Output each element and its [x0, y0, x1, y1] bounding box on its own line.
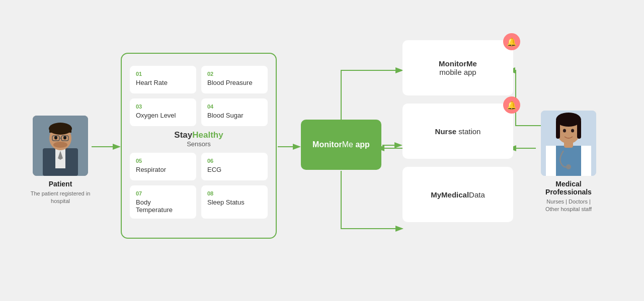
monitor-me-normal: mobile app — [439, 68, 476, 76]
nurse-bold: Nurse — [435, 127, 457, 136]
svg-point-21 — [53, 142, 67, 148]
monitor-app: app — [353, 140, 370, 149]
monitor-me: Me — [342, 140, 353, 149]
sensor-num-3: 03 — [136, 104, 190, 110]
sensor-item-7: 07 Body Temperature — [130, 185, 196, 219]
medical-avatar — [541, 111, 596, 176]
diagram-container: Patient The patient registered in hospit… — [0, 0, 644, 301]
sensor-label-8: Sleep Status — [207, 198, 262, 206]
sensor-num-5: 05 — [136, 158, 190, 164]
svg-point-33 — [563, 129, 566, 133]
monitor-bold: Monitor — [312, 140, 342, 149]
svg-rect-15 — [49, 129, 71, 133]
sensor-label-3: Oxygen Level — [136, 112, 190, 119]
sensors-stay: Stay — [174, 130, 192, 140]
svg-marker-27 — [581, 146, 591, 176]
sensors-grid: 01 Heart Rate 02 Blood Preasure 03 Oxyge… — [130, 66, 268, 126]
nurse-normal: station — [456, 127, 480, 136]
sensor-item-4: 04 Blood Sugar — [201, 98, 268, 126]
right-box-medical-data: MyMedicalData — [403, 167, 513, 222]
sensor-item-5: 05 Respirator — [130, 153, 196, 180]
monitor-me-bold: MonitorMe — [439, 59, 477, 68]
patient-desc: The patient registered in hospital — [30, 190, 91, 206]
monitor-app-label: MonitorMe app — [312, 140, 370, 149]
monitor-app-box: MonitorMe app — [301, 120, 381, 170]
right-box-nurse-label: Nurse station — [435, 127, 481, 136]
sensor-label-1: Heart Rate — [136, 79, 190, 86]
svg-rect-31 — [556, 120, 560, 139]
sensor-label-4: Blood Sugar — [207, 112, 262, 119]
medical-block: Medical Professionals Nurses | Doctors |… — [536, 111, 601, 214]
right-box-mobile-label: MonitorMe mobile app — [439, 59, 477, 76]
sensor-item-1: 01 Heart Rate — [130, 66, 196, 93]
svg-point-34 — [571, 129, 574, 133]
sensor-label-5: Respirator — [136, 166, 190, 173]
patient-name: Patient — [49, 180, 72, 188]
mymedical-bold: MyMedical — [431, 190, 469, 199]
sensor-label-2: Blood Preasure — [207, 79, 262, 86]
sensor-label-6: ECG — [207, 166, 262, 173]
sensor-item-8: 08 Sleep Status — [201, 185, 268, 219]
sensor-num-2: 02 — [207, 71, 262, 77]
sensor-item-6: 06 ECG — [201, 153, 268, 180]
patient-avatar — [33, 116, 88, 176]
right-box-medical-data-label: MyMedicalData — [431, 190, 485, 199]
medical-name: Medical Professionals — [545, 180, 592, 196]
bell-icon-mobile: 🔔 — [503, 33, 520, 50]
sensor-num-6: 06 — [207, 158, 262, 164]
sensors-healthy: Healthy — [192, 130, 223, 140]
svg-point-17 — [63, 136, 66, 140]
right-panel: 🔔 MonitorMe mobile app 🔔 Nurse station M… — [403, 40, 513, 230]
right-box-mobile: 🔔 MonitorMe mobile app — [403, 40, 513, 95]
sensor-label-7: Body Temperature — [136, 198, 190, 214]
sensor-item-3: 03 Oxygen Level — [130, 98, 196, 126]
bell-icon-nurse: 🔔 — [503, 96, 520, 114]
sensors-title: StayHealthy Sensors — [130, 130, 268, 148]
mymedical-normal: Data — [469, 190, 485, 199]
sensor-num-7: 07 — [136, 190, 190, 196]
right-box-nurse: 🔔 Nurse station — [403, 104, 513, 159]
sensor-num-8: 08 — [207, 190, 262, 196]
sensors-box: 01 Heart Rate 02 Blood Preasure 03 Oxyge… — [121, 53, 277, 239]
svg-point-25 — [566, 164, 571, 169]
svg-marker-26 — [546, 146, 556, 176]
sensor-num-4: 04 — [207, 104, 262, 110]
patient-block: Patient The patient registered in hospit… — [30, 116, 91, 206]
svg-point-16 — [54, 136, 57, 140]
svg-rect-32 — [577, 120, 581, 139]
sensor-num-1: 01 — [136, 71, 190, 77]
sensors-grid-2: 05 Respirator 06 ECG 07 Body Temperature… — [130, 153, 268, 219]
sensors-subtitle: Sensors — [130, 140, 268, 148]
sensor-item-2: 02 Blood Preasure — [201, 66, 268, 93]
medical-desc: Nurses | Doctors | Other hospital staff — [545, 198, 592, 214]
